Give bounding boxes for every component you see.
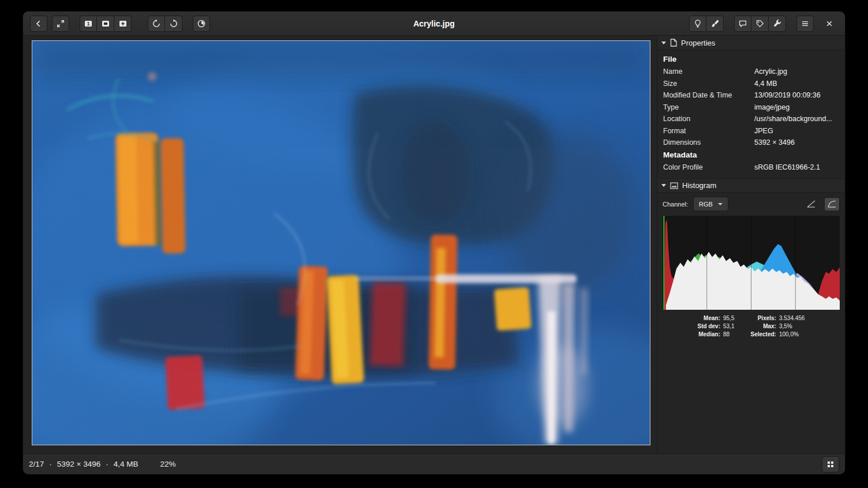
properties-expander[interactable]: Properties [657,36,845,50]
fullscreen-icon [56,19,65,28]
window-title: Acrylic.jpg [413,19,455,28]
rotate-right-button[interactable] [165,16,182,32]
statusbar: 2/17 · 5392 × 3496 · 4,4 MB 22% [23,453,845,474]
separator-dot: · [106,460,108,468]
tools-button[interactable] [769,16,786,32]
tag-icon [755,19,765,28]
close-icon [825,19,834,28]
metadata-section-title: Metadata [663,149,839,162]
histogram-plot [663,216,840,310]
rotate-left-button[interactable] [148,16,165,32]
expander-arrow-icon [661,184,666,187]
histogram-channel-row: Channel: RGB [657,193,845,214]
zoom-button-group: 1 [80,16,132,32]
prop-row-dimensions: Dimensions 5392 × 3496 [663,137,839,149]
prop-row-color-profile: Color Profile sRGB IEC61966-2.1 [663,162,839,174]
zoom-fit-icon [101,19,110,28]
prop-row-type: Type image/jpeg [663,102,839,114]
image-viewport [23,36,657,453]
comment-icon [738,19,747,28]
channel-dropdown-value: RGB [699,201,713,208]
chevron-down-icon [718,203,723,205]
fullscreen-button[interactable] [52,16,69,32]
image-position: 2/17 [29,460,44,468]
slideshow-button[interactable] [193,16,210,32]
histogram-stats: Mean: 95,5 Std dev: 53,1 Median: 88 Pixe… [657,310,845,343]
image-viewer-window: 1 [23,12,845,474]
zoom-fit-button[interactable] [97,16,114,32]
histogram-log-icon [828,200,836,208]
histogram-expander[interactable]: Histogram [657,178,845,193]
headerbar-right-group [689,16,838,32]
prop-row-location: Location /usr/share/background... [663,113,839,125]
tag-button[interactable] [751,16,769,32]
svg-text:1: 1 [87,21,90,27]
menu-button[interactable] [796,16,814,32]
histogram-linear-icon [807,200,815,208]
lightbulb-icon [693,19,702,28]
expander-arrow-icon [661,42,666,44]
file-section-title: File [663,53,839,66]
comment-button[interactable] [734,16,751,32]
annotation-button-group [734,16,786,32]
channel-label: Channel: [663,201,688,208]
prop-row-modified: Modified Date & Time 13/09/2019 00:09:36 [663,89,839,102]
prop-row-name: Name Acrylic.jpg [663,66,839,78]
main-content: Properties File Name Acrylic.jpg Size 4,… [23,36,845,453]
acrylic-painting-image [32,41,650,445]
statusbar-info: 2/17 · 5392 × 3496 · 4,4 MB [29,460,139,468]
separator-dot: · [49,460,52,468]
histogram-log-button[interactable] [824,197,840,211]
zoom-level: 22% [160,460,176,468]
zoom-in-icon [118,19,128,28]
image-canvas[interactable] [32,40,650,445]
histogram-stats-left: Mean: 95,5 Std dev: 53,1 Median: 88 [698,315,735,337]
properties-panel-title: Properties [681,39,715,47]
zoom-original-icon: 1 [84,19,93,28]
properties-sidebar: Properties File Name Acrylic.jpg Size 4,… [657,36,845,453]
image-dimensions: 5392 × 3496 [57,460,100,468]
rotate-left-icon [152,19,161,28]
back-button[interactable] [30,16,47,32]
prop-row-format: Format JPEG [663,125,839,137]
adjust-button-group [689,16,724,32]
headerbar-left-group: 1 [30,16,210,32]
back-icon [34,19,43,28]
channel-dropdown[interactable]: RGB [693,197,728,211]
grid-view-icon [826,460,835,469]
close-button[interactable] [821,16,838,32]
histogram-panel-icon [670,182,678,189]
properties-panel-icon [670,39,677,47]
rotate-right-icon [169,19,178,28]
histogram-stats-right: Pixels: 3.534.456 Max: 3,5% Selected: 10… [750,315,805,337]
hamburger-menu-icon [800,19,810,28]
zoom-original-button[interactable]: 1 [80,16,97,32]
wrench-icon [773,19,782,28]
histogram-panel-title: Histogram [682,181,716,190]
properties-list: File Name Acrylic.jpg Size 4,4 MB Modifi… [657,50,845,178]
slideshow-icon [197,19,206,28]
rotate-button-group [148,16,182,32]
headerbar: 1 [23,12,845,36]
zoom-in-button[interactable] [114,16,132,32]
desktop-background: 1 [0,0,868,488]
lightbulb-button[interactable] [689,16,706,32]
browser-view-button[interactable] [822,456,839,472]
edit-brush-button[interactable] [706,16,724,32]
histogram-linear-button[interactable] [803,197,819,211]
prop-row-size: Size 4,4 MB [663,78,839,90]
image-filesize: 4,4 MB [114,460,139,468]
brush-icon [710,19,720,28]
